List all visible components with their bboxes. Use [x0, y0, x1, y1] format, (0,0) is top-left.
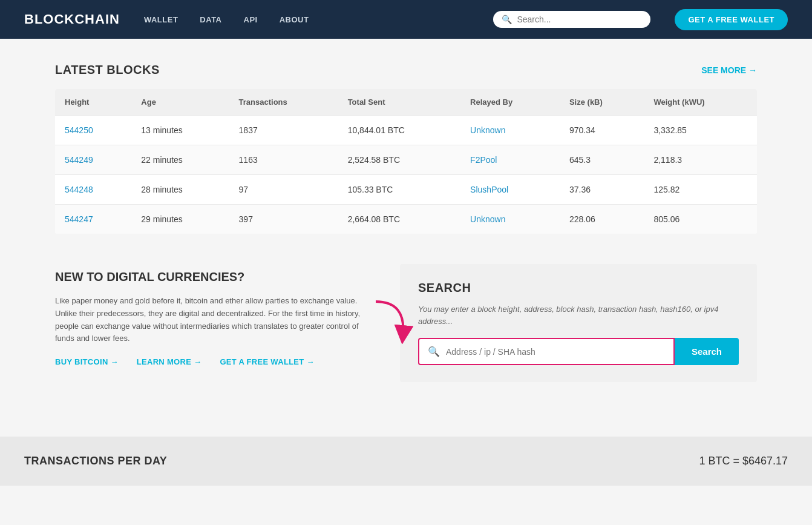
cell-age: 22 minutes — [131, 145, 229, 175]
learn-more-link[interactable]: LEARN MORE → — [137, 357, 202, 366]
col-size: Size (kB) — [560, 89, 644, 116]
nav-about[interactable]: ABOUT — [280, 15, 309, 24]
navbar: BLOCKCHAIN WALLET DATA API ABOUT 🔍 GET A… — [0, 0, 812, 39]
cell-height: 544250 — [55, 116, 131, 145]
relayed-link[interactable]: Unknown — [470, 125, 505, 135]
cell-weight: 3,332.85 — [644, 116, 757, 145]
cell-transactions: 97 — [229, 175, 338, 205]
latest-blocks-title: LATEST BLOCKS — [55, 63, 160, 77]
search-panel: SEARCH You may enter a block height, add… — [400, 264, 757, 382]
cell-total-sent: 105.33 BTC — [338, 175, 460, 205]
cell-relayed-by: Unknown — [460, 205, 560, 234]
cell-total-sent: 2,664.08 BTC — [338, 205, 460, 234]
search-hint: You may enter a block height, address, b… — [418, 303, 739, 327]
height-link[interactable]: 544248 — [65, 185, 93, 194]
cell-total-sent: 2,524.58 BTC — [338, 145, 460, 175]
cell-total-sent: 10,844.01 BTC — [338, 116, 460, 145]
cell-weight: 805.06 — [644, 205, 757, 234]
table-row: 544248 28 minutes 97 105.33 BTC SlushPoo… — [55, 175, 757, 205]
new-to-digital-description: Like paper money and gold before it, bit… — [55, 295, 376, 345]
footer-transactions-label: TRANSACTIONS PER DAY — [24, 455, 167, 467]
cell-relayed-by: SlushPool — [460, 175, 560, 205]
cell-age: 28 minutes — [131, 175, 229, 205]
footer-btc-price: 1 BTC = $6467.17 — [699, 455, 788, 467]
nav-wallet[interactable]: WALLET — [144, 15, 178, 24]
height-link[interactable]: 544247 — [65, 214, 93, 224]
main-content: LATEST BLOCKS SEE MORE → Height Age Tran… — [43, 39, 769, 406]
action-links: BUY BITCOIN → LEARN MORE → GET A FREE WA… — [55, 357, 376, 366]
latest-blocks-header: LATEST BLOCKS SEE MORE → — [55, 63, 757, 77]
cell-height: 544249 — [55, 145, 131, 175]
search-button[interactable]: Search — [675, 338, 739, 365]
cell-height: 544247 — [55, 205, 131, 234]
search-input[interactable] — [446, 340, 665, 364]
cell-transactions: 1837 — [229, 116, 338, 145]
relayed-link[interactable]: F2Pool — [470, 155, 497, 165]
nav-search-input[interactable] — [517, 15, 642, 24]
buy-bitcoin-link[interactable]: BUY BITCOIN → — [55, 357, 119, 366]
new-to-digital-title: NEW TO DIGITAL CURRENCIES? — [55, 270, 376, 284]
relayed-link[interactable]: Unknown — [470, 214, 505, 224]
col-age: Age — [131, 89, 229, 116]
cell-size: 645.3 — [560, 145, 644, 175]
nav-search-box: 🔍 — [493, 11, 650, 28]
new-to-digital-panel: NEW TO DIGITAL CURRENCIES? Like paper mo… — [55, 264, 376, 382]
table-row: 544250 13 minutes 1837 10,844.01 BTC Unk… — [55, 116, 757, 145]
table-row: 544249 22 minutes 1163 2,524.58 BTC F2Po… — [55, 145, 757, 175]
search-title: SEARCH — [418, 281, 739, 295]
cell-age: 29 minutes — [131, 205, 229, 234]
cell-height: 544248 — [55, 175, 131, 205]
cell-weight: 125.82 — [644, 175, 757, 205]
cell-relayed-by: F2Pool — [460, 145, 560, 175]
cell-transactions: 397 — [229, 205, 338, 234]
arrow-svg — [370, 296, 418, 344]
cell-size: 970.34 — [560, 116, 644, 145]
lower-section: NEW TO DIGITAL CURRENCIES? Like paper mo… — [55, 264, 757, 382]
cell-age: 13 minutes — [131, 116, 229, 145]
see-more-link[interactable]: SEE MORE → — [701, 65, 757, 75]
search-input-wrapper: 🔍 — [418, 338, 675, 365]
nav-cta-button[interactable]: GET A FREE WALLET — [675, 9, 788, 30]
nav-links: WALLET DATA API ABOUT — [144, 15, 470, 24]
cell-relayed-by: Unknown — [460, 116, 560, 145]
nav-search-icon: 🔍 — [502, 15, 512, 24]
height-link[interactable]: 544250 — [65, 125, 93, 135]
blocks-table-header: Height Age Transactions Total Sent Relay… — [55, 89, 757, 116]
nav-data[interactable]: DATA — [200, 15, 221, 24]
footer-bar: TRANSACTIONS PER DAY 1 BTC = $6467.17 — [0, 437, 812, 486]
col-height: Height — [55, 89, 131, 116]
search-box-row: 🔍 Search — [418, 338, 739, 365]
col-weight: Weight (kWU) — [644, 89, 757, 116]
search-icon: 🔍 — [428, 346, 440, 357]
blocks-table: Height Age Transactions Total Sent Relay… — [55, 89, 757, 234]
height-link[interactable]: 544249 — [65, 155, 93, 165]
col-transactions: Transactions — [229, 89, 338, 116]
cell-size: 228.06 — [560, 205, 644, 234]
get-free-wallet-link[interactable]: GET A FREE WALLET → — [220, 357, 314, 366]
cell-weight: 2,118.3 — [644, 145, 757, 175]
blocks-table-body: 544250 13 minutes 1837 10,844.01 BTC Unk… — [55, 116, 757, 234]
brand-logo: BLOCKCHAIN — [24, 12, 120, 27]
table-row: 544247 29 minutes 397 2,664.08 BTC Unkno… — [55, 205, 757, 234]
cell-size: 37.36 — [560, 175, 644, 205]
cell-transactions: 1163 — [229, 145, 338, 175]
nav-api[interactable]: API — [244, 15, 258, 24]
col-relayed-by: Relayed By — [460, 89, 560, 116]
relayed-link[interactable]: SlushPool — [470, 185, 508, 194]
col-total-sent: Total Sent — [338, 89, 460, 116]
